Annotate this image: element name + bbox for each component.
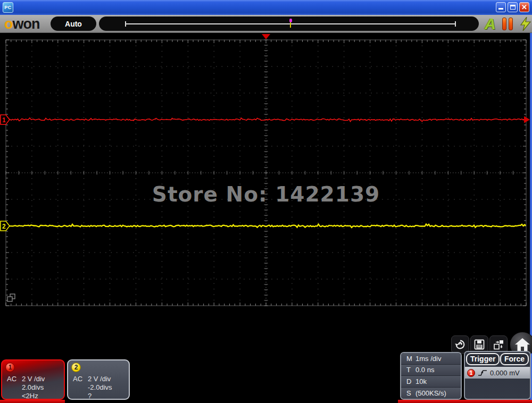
trigger-position-marker[interactable] (289, 19, 292, 23)
slider-right-tick (455, 21, 456, 27)
trigger-button[interactable]: Trigger (466, 353, 500, 365)
window-controls: ✕ (496, 2, 529, 12)
trigger-level-arrow[interactable] (524, 116, 530, 123)
home-icon (514, 337, 530, 352)
single-trigger-button[interactable] (520, 17, 531, 33)
channel-1-trace (6, 118, 526, 122)
trigger-level-value: 0.000 mV (490, 369, 520, 377)
home-refresh-icon (454, 338, 467, 351)
svg-text:1: 1 (2, 116, 6, 124)
autoscale-button[interactable]: A (485, 15, 496, 33)
toolbar: owon Auto A (0, 15, 532, 33)
pause-icon (502, 18, 506, 30)
trigger-offset-value: 0.0 ns (415, 366, 461, 374)
minimize-icon (498, 8, 503, 10)
owon-logo: owon (4, 15, 40, 32)
trigger-offset-row: T0.0 ns (401, 365, 461, 376)
maximize-icon (510, 5, 516, 10)
oscilloscope-app-window: PC ✕ owon Auto A 12 Store No: (0, 0, 532, 403)
trigger-active-strip (398, 400, 532, 403)
channel-1-info: AC2 V /div 2.0divs <2Hz (2, 375, 64, 400)
scope-screen: 12 Store No: 1422139 (0, 33, 532, 403)
channel-1-scale: 2 V /div (22, 375, 64, 383)
close-icon: ✕ (521, 4, 527, 11)
trigger-source-badge: 1 (467, 369, 475, 377)
trigger-status-row[interactable]: 1 0.000 mV (465, 367, 530, 379)
channel-1-position: 2.0divs (22, 383, 64, 391)
trigger-position-marker-tail (290, 22, 291, 28)
force-button[interactable]: Force (500, 353, 529, 365)
channel-2-panel[interactable]: 2 AC2 V /div -2.0divs ? (67, 359, 130, 400)
timebase-row: M1ms /div (401, 353, 461, 365)
horizontal-position-slider[interactable] (99, 16, 479, 31)
acquisition-panel[interactable]: M1ms /div T0.0 ns D10k S(500KS/s) (400, 352, 462, 400)
pause-icon (509, 18, 513, 30)
pause-button[interactable] (502, 18, 513, 30)
sample-rate-value: (500KS/s) (415, 389, 461, 397)
channel-1-coupling: AC (7, 375, 22, 383)
switch-window-icon (492, 338, 505, 351)
trigger-panel: Trigger Force 1 0.000 mV (464, 351, 531, 400)
rising-edge-icon (478, 369, 487, 376)
minimize-button[interactable] (496, 2, 506, 12)
lightning-icon (520, 17, 531, 31)
app-icon: PC (3, 2, 13, 13)
channel-2-position: -2.0divs (88, 383, 129, 391)
sample-rate-row: S(500KS/s) (401, 388, 461, 399)
record-depth-value: 10k (415, 377, 461, 385)
save-icon (473, 338, 486, 351)
channel-2-scale: 2 V /div (88, 375, 129, 383)
title-bar: PC ✕ (0, 0, 532, 15)
waveform-window-icon[interactable] (7, 297, 12, 301)
watermark-text: Store No: 1422139 (152, 182, 380, 206)
maximize-button[interactable] (508, 2, 518, 12)
channel-1-position-marker[interactable]: 1 (1, 115, 10, 124)
channel-1-panel[interactable]: 1 AC2 V /div 2.0divs <2Hz (1, 359, 65, 400)
trigger-position-marker-dot (289, 19, 292, 22)
record-depth-row: D10k (401, 376, 461, 388)
timebase-value: 1ms /div (415, 355, 461, 363)
trigger-horizontal-position-arrow[interactable] (262, 34, 270, 39)
channel-1-badge: 1 (5, 363, 15, 372)
channel-2-badge: 2 (71, 363, 81, 372)
channel-2-info: AC2 V /div -2.0divs ? (68, 375, 129, 400)
channel-2-frequency: ? (88, 392, 129, 400)
svg-text:2: 2 (2, 223, 6, 230)
auto-button[interactable]: Auto (51, 16, 96, 31)
close-button[interactable]: ✕ (519, 2, 529, 12)
channel-2-coupling: AC (73, 375, 88, 383)
channel-2-position-marker[interactable]: 2 (1, 221, 10, 231)
channel-1-active-strip (0, 400, 65, 403)
channel-1-frequency: <2Hz (22, 392, 64, 400)
